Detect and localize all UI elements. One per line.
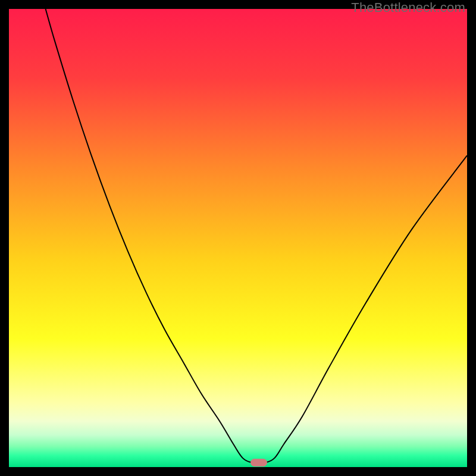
watermark: TheBottleneck.com — [351, 0, 465, 15]
plot-area — [9, 9, 467, 467]
optimum-marker — [250, 459, 267, 466]
chart-canvas: TheBottleneck.com — [0, 0, 476, 476]
bottleneck-curve — [46, 9, 467, 463]
curve-layer — [9, 9, 467, 467]
